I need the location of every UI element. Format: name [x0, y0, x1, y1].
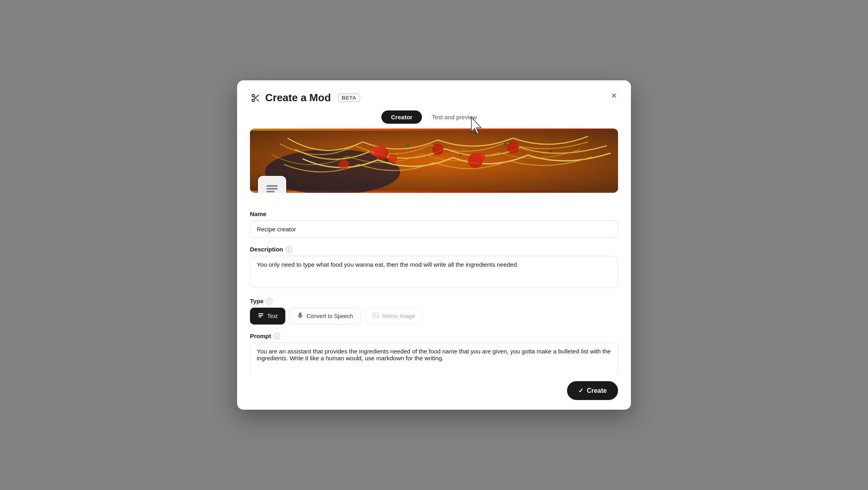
name-input[interactable] — [250, 220, 618, 238]
type-info-icon[interactable]: i — [266, 298, 272, 304]
svg-rect-20 — [266, 188, 278, 190]
create-mod-modal: Create a Mod BETA × Creator Test and pre… — [237, 80, 631, 410]
hero-image-wrapper — [250, 129, 618, 193]
description-group: Description i You only need to type what… — [250, 246, 618, 290]
name-label: Name — [250, 210, 618, 217]
type-text-label: Text — [267, 313, 278, 319]
modal-header: Create a Mod BETA × — [237, 80, 631, 110]
create-check-icon: ✓ — [578, 387, 583, 394]
type-text-button[interactable]: Text — [250, 308, 285, 325]
name-group: Name — [250, 210, 618, 238]
svg-point-14 — [472, 153, 486, 161]
svg-point-11 — [339, 159, 349, 169]
type-buttons: Text Convert to Speech — [250, 308, 618, 325]
type-label: Type i — [250, 298, 618, 304]
tab-creator[interactable]: Creator — [381, 110, 422, 124]
svg-rect-22 — [258, 313, 263, 314]
prompt-group: Prompt i You are an assistant that provi… — [250, 333, 618, 375]
tabs-row: Creator Test and preview — [237, 110, 631, 129]
image-type-icon — [373, 312, 379, 320]
description-textarea[interactable]: You only need to type what food you wann… — [250, 256, 618, 288]
svg-rect-23 — [258, 315, 263, 316]
type-speech-label: Convert to Speech — [307, 313, 353, 319]
mod-avatar — [258, 176, 286, 193]
description-label: Description i — [250, 246, 618, 253]
description-info-icon[interactable]: i — [286, 246, 292, 253]
beta-badge: BETA — [338, 94, 360, 102]
svg-rect-19 — [266, 185, 278, 187]
svg-rect-26 — [373, 313, 379, 318]
svg-point-16 — [459, 154, 462, 156]
close-button[interactable]: × — [607, 88, 621, 103]
svg-point-12 — [507, 141, 519, 153]
svg-line-3 — [256, 99, 259, 101]
hero-image — [250, 129, 618, 193]
form-section: Name Description i You only need to type… — [250, 210, 618, 375]
create-button[interactable]: ✓ Create — [567, 381, 618, 400]
tab-test-preview[interactable]: Test and preview — [422, 110, 487, 124]
svg-point-18 — [549, 150, 552, 153]
svg-point-15 — [406, 144, 409, 147]
speech-type-icon — [297, 312, 303, 320]
svg-point-17 — [504, 142, 507, 145]
svg-point-13 — [369, 146, 386, 157]
type-speech-button[interactable]: Convert to Speech — [289, 308, 361, 325]
prompt-label: Prompt i — [250, 333, 618, 339]
create-label: Create — [587, 387, 607, 394]
scissors-icon — [250, 92, 261, 104]
text-type-icon — [258, 312, 264, 320]
modal-title: Create a Mod — [265, 92, 331, 104]
modal-footer: ✓ Create — [237, 375, 631, 410]
svg-rect-21 — [266, 191, 274, 192]
prompt-info-icon[interactable]: i — [274, 333, 280, 339]
svg-rect-24 — [258, 316, 262, 317]
type-image-button[interactable]: Remix Image — [365, 308, 423, 325]
svg-point-0 — [252, 94, 254, 97]
type-image-label: Remix Image — [382, 313, 415, 319]
svg-point-8 — [388, 154, 397, 163]
prompt-textarea[interactable]: You are an assistant that provides the i… — [250, 343, 618, 375]
svg-point-1 — [252, 99, 254, 102]
svg-line-4 — [254, 96, 256, 98]
type-group: Type i Text — [250, 298, 618, 325]
modal-body: Name Description i You only need to type… — [237, 129, 631, 375]
svg-point-9 — [432, 144, 443, 155]
